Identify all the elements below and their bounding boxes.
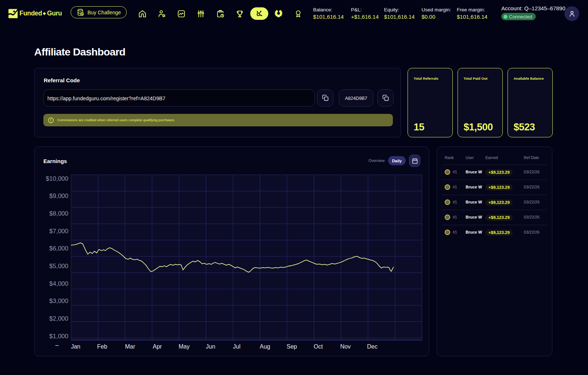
svg-text:$6,000: $6,000 bbox=[49, 245, 68, 252]
svg-text:$4,000: $4,000 bbox=[49, 280, 68, 287]
svg-text:Jun: Jun bbox=[206, 343, 215, 350]
svg-text:Feb: Feb bbox=[97, 343, 107, 350]
svg-text:Jul: Jul bbox=[233, 343, 240, 350]
svg-text:May: May bbox=[179, 343, 190, 350]
svg-text:Aug: Aug bbox=[260, 343, 270, 350]
svg-text:$5,000: $5,000 bbox=[49, 263, 68, 270]
svg-text:Oct: Oct bbox=[314, 343, 323, 350]
svg-text:$8,000: $8,000 bbox=[49, 210, 68, 217]
svg-text:Nov: Nov bbox=[340, 343, 351, 350]
svg-text:$3,000: $3,000 bbox=[49, 298, 68, 304]
svg-text:Mar: Mar bbox=[125, 343, 135, 350]
svg-text:Apr: Apr bbox=[153, 343, 162, 350]
svg-text:$2,000: $2,000 bbox=[49, 315, 68, 322]
svg-text:$10,000: $10,000 bbox=[46, 175, 68, 182]
svg-text:$9,000: $9,000 bbox=[49, 192, 68, 199]
svg-text:Dec: Dec bbox=[367, 343, 377, 350]
svg-text:$7,000: $7,000 bbox=[49, 228, 68, 235]
svg-text:$1,000: $1,000 bbox=[49, 333, 68, 340]
svg-text:–: – bbox=[55, 342, 59, 348]
svg-text:Sep: Sep bbox=[287, 343, 297, 350]
svg-text:Jan: Jan bbox=[71, 343, 80, 350]
